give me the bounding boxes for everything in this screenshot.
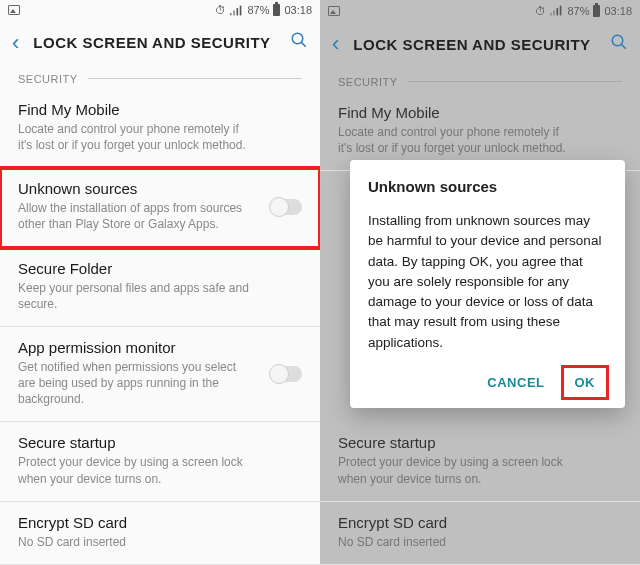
search-icon[interactable] — [610, 33, 628, 56]
section-label: SECURITY — [18, 73, 78, 85]
unknown-sources-dialog: Unknown sources Installing from unknown … — [350, 160, 625, 408]
battery-icon — [593, 5, 600, 17]
unknown-sources-toggle[interactable] — [270, 199, 302, 215]
battery-icon — [273, 4, 280, 16]
status-time: 03:18 — [284, 4, 312, 16]
item-title: Secure Folder — [18, 260, 302, 277]
picture-icon — [8, 5, 20, 15]
dialog-actions: CANCEL OK — [368, 367, 607, 398]
item-title: Secure startup — [18, 434, 302, 451]
item-desc: Locate and control your phone remotely i… — [338, 124, 622, 156]
item-desc: Keep your personal files and apps safe a… — [18, 280, 302, 312]
item-title: Find My Mobile — [338, 104, 622, 121]
item-title: Find My Mobile — [18, 101, 302, 118]
svg-rect-6 — [550, 13, 552, 15]
signal-icon — [550, 5, 563, 16]
item-title: Encrypt SD card — [338, 514, 622, 531]
svg-rect-1 — [234, 10, 236, 15]
item-title: Encrypt SD card — [18, 514, 302, 531]
ok-button[interactable]: OK — [563, 367, 608, 398]
svg-rect-0 — [230, 13, 232, 15]
back-icon[interactable]: ‹ — [332, 31, 339, 57]
item-secure-startup[interactable]: Secure startup Protect your device by us… — [320, 422, 640, 501]
item-title: Unknown sources — [18, 180, 302, 197]
svg-line-5 — [301, 42, 306, 47]
section-header: SECURITY — [0, 65, 320, 89]
item-desc: Allow the installation of apps from sour… — [18, 200, 302, 232]
svg-line-11 — [621, 44, 626, 49]
screen-right: ⏱ 87% 03:18 ‹ LOCK SCREEN AND SECURITY S… — [320, 0, 640, 565]
item-desc: Locate and control your phone remotely i… — [18, 121, 302, 153]
item-desc: Protect your device by using a screen lo… — [338, 454, 622, 486]
status-bar: ⏱ 87% 03:18 — [0, 0, 320, 20]
item-desc: No SD card inserted — [338, 534, 622, 550]
permission-monitor-toggle[interactable] — [270, 366, 302, 382]
page-title: LOCK SCREEN AND SECURITY — [33, 34, 276, 51]
screen-left: ⏱ 87% 03:18 ‹ LOCK SCREEN AND SECURITY S… — [0, 0, 320, 565]
svg-point-10 — [612, 35, 623, 46]
item-encrypt-sd[interactable]: Encrypt SD card No SD card inserted — [320, 502, 640, 565]
svg-rect-7 — [554, 11, 556, 16]
page-title: LOCK SCREEN AND SECURITY — [353, 36, 596, 53]
battery-percent: 87% — [567, 5, 589, 17]
item-desc: Get notified when permissions you select… — [18, 359, 302, 408]
item-find-my-mobile[interactable]: Find My Mobile Locate and control your p… — [0, 89, 320, 168]
item-app-permission-monitor[interactable]: App permission monitor Get notified when… — [0, 327, 320, 423]
item-encrypt-sd[interactable]: Encrypt SD card No SD card inserted — [0, 502, 320, 565]
svg-rect-3 — [240, 5, 242, 15]
svg-rect-2 — [237, 8, 239, 15]
item-desc: No SD card inserted — [18, 534, 302, 550]
back-icon[interactable]: ‹ — [12, 30, 19, 56]
section-label: SECURITY — [338, 76, 398, 88]
item-secure-startup[interactable]: Secure startup Protect your device by us… — [0, 422, 320, 501]
svg-point-4 — [292, 33, 303, 44]
picture-icon — [328, 6, 340, 16]
status-time: 03:18 — [604, 5, 632, 17]
search-icon[interactable] — [290, 31, 308, 54]
status-bar: ⏱ 87% 03:18 — [320, 0, 640, 21]
svg-rect-8 — [557, 8, 559, 15]
header: ‹ LOCK SCREEN AND SECURITY — [0, 20, 320, 64]
alarm-icon: ⏱ — [215, 4, 226, 16]
section-header: SECURITY — [320, 68, 640, 92]
item-secure-folder[interactable]: Secure Folder Keep your personal files a… — [0, 248, 320, 327]
cancel-button[interactable]: CANCEL — [475, 367, 556, 398]
svg-rect-9 — [560, 6, 562, 16]
item-desc: Protect your device by using a screen lo… — [18, 454, 302, 486]
dialog-body: Installing from unknown sources may be h… — [368, 211, 607, 353]
battery-percent: 87% — [247, 4, 269, 16]
alarm-icon: ⏱ — [535, 5, 546, 17]
header: ‹ LOCK SCREEN AND SECURITY — [320, 21, 640, 67]
item-title: App permission monitor — [18, 339, 302, 356]
dialog-title: Unknown sources — [368, 178, 607, 195]
signal-icon — [230, 5, 243, 16]
item-title: Secure startup — [338, 434, 622, 451]
item-unknown-sources[interactable]: Unknown sources Allow the installation o… — [0, 168, 320, 247]
